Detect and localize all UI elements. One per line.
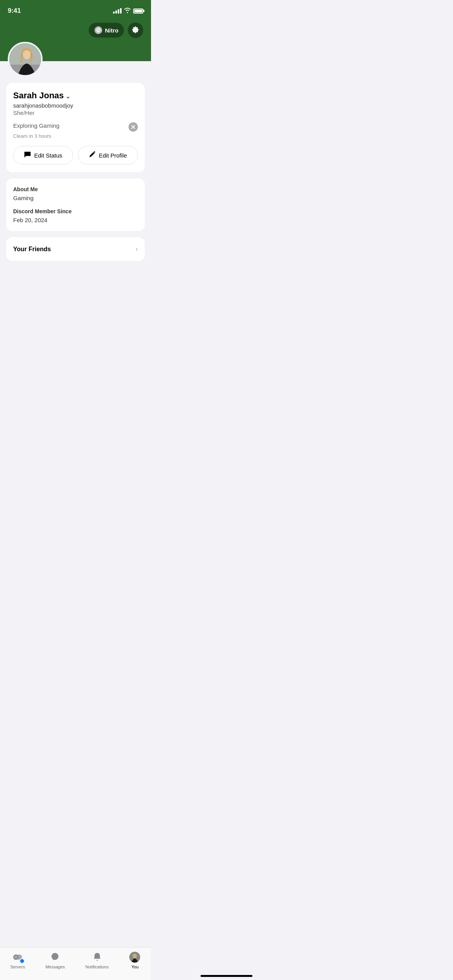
friends-card[interactable]: Your Friends › — [6, 237, 145, 261]
about-me-value: Gaming — [13, 195, 138, 201]
nitro-icon — [94, 26, 103, 34]
edit-status-label: Edit Status — [34, 152, 62, 159]
profile-pronouns: She/Her — [13, 110, 138, 116]
settings-button[interactable] — [128, 22, 143, 38]
member-since-label: Discord Member Since — [13, 208, 138, 214]
battery-icon — [133, 9, 143, 14]
nitro-button[interactable]: Nitro — [89, 23, 124, 38]
action-buttons: Edit Status Edit Profile — [13, 146, 138, 164]
profile-card: Sarah Jonas ⌄ sarahjonasbobmoodjoy She/H… — [6, 83, 145, 172]
profile-name-row: Sarah Jonas ⌄ — [13, 91, 138, 101]
edit-profile-label: Edit Profile — [99, 152, 127, 159]
status-activity: Exploring Gaming — [13, 122, 59, 129]
pencil-icon — [89, 151, 96, 159]
about-me-card: About Me Gaming Discord Member Since Feb… — [6, 178, 145, 231]
status-bar: 9:41 — [0, 0, 151, 19]
status-icons — [113, 8, 143, 14]
signal-icon — [113, 8, 122, 14]
friends-label: Your Friends — [13, 246, 51, 253]
profile-name: Sarah Jonas — [13, 91, 64, 101]
about-me-label: About Me — [13, 186, 138, 192]
clears-in-text: Clears in 3 hours — [13, 133, 138, 139]
edit-status-button[interactable]: Edit Status — [13, 146, 73, 164]
profile-header: Nitro — [0, 19, 151, 61]
avatar — [8, 42, 43, 77]
profile-avatar-container — [8, 42, 43, 77]
chat-icon — [24, 151, 31, 159]
profile-username: sarahjonasbobmoodjoy — [13, 102, 138, 109]
main-content: Sarah Jonas ⌄ sarahjonasbobmoodjoy She/H… — [0, 61, 151, 306]
nitro-label: Nitro — [105, 27, 118, 34]
name-dropdown-icon[interactable]: ⌄ — [65, 93, 70, 100]
status-row: Exploring Gaming — [13, 122, 138, 132]
friends-chevron-icon: › — [136, 245, 138, 253]
edit-profile-button[interactable]: Edit Profile — [78, 146, 138, 164]
member-since-value: Feb 20, 2024 — [13, 217, 138, 223]
wifi-icon — [124, 8, 131, 14]
status-time: 9:41 — [8, 7, 21, 15]
clear-status-button[interactable] — [129, 122, 138, 132]
svg-point-7 — [22, 50, 31, 60]
